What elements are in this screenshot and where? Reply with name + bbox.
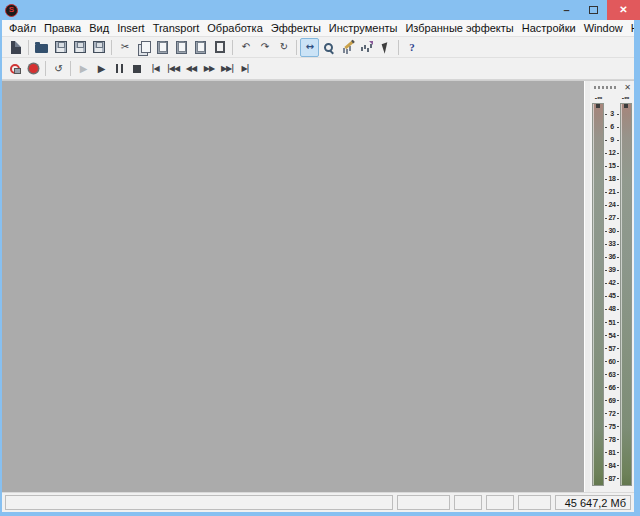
- menu-favorite-effects[interactable]: Избранные эффекты: [401, 20, 517, 36]
- meter-tick: 12: [605, 149, 619, 157]
- copy-button[interactable]: [134, 38, 153, 57]
- meter-tick: 36: [605, 253, 619, 261]
- stop-button[interactable]: [128, 59, 146, 78]
- stop-icon: [133, 65, 141, 73]
- undo-icon: ↶: [242, 42, 249, 52]
- next-button[interactable]: ▶▶|: [218, 59, 236, 78]
- menu-insert[interactable]: Insert: [113, 20, 149, 36]
- save-icon: [55, 41, 67, 53]
- trim-crop-button[interactable]: [210, 38, 229, 57]
- status-panel: [518, 495, 551, 510]
- menu-process[interactable]: Обработка: [203, 20, 266, 36]
- menu-options[interactable]: Настройки: [518, 20, 580, 36]
- pencil-tool-icon: [342, 41, 354, 53]
- minimize-button[interactable]: –: [553, 0, 580, 20]
- toolbar-separator: [70, 61, 71, 76]
- go-to-start-icon: |◀: [151, 65, 158, 73]
- close-button[interactable]: ✕: [607, 0, 640, 20]
- help-icon: ?: [409, 42, 414, 53]
- play-all-icon: ▶: [80, 64, 87, 74]
- pause-icon: [116, 64, 123, 73]
- meter-tick: 57: [605, 345, 619, 353]
- toolbar-separator: [398, 40, 399, 55]
- go-to-start-button[interactable]: |◀: [146, 59, 164, 78]
- meter-tick: 72: [605, 410, 619, 418]
- copy-icon: [138, 41, 150, 54]
- forward-button[interactable]: ▶▶: [200, 59, 218, 78]
- paste-special-button[interactable]: [172, 38, 191, 57]
- meter-tick: 42: [605, 279, 619, 287]
- meter-tick: 81: [605, 449, 619, 457]
- status-panel: [486, 495, 514, 510]
- save-as-icon: [74, 41, 86, 53]
- menu-transport[interactable]: Transport: [149, 20, 204, 36]
- rewind-icon: ◀◀: [186, 65, 196, 73]
- save-button[interactable]: [51, 38, 70, 57]
- meter-tick: 33: [605, 240, 619, 248]
- meter-scale: 3691215182124273033363942454851545760636…: [605, 103, 619, 486]
- meter-tick: 84: [605, 462, 619, 470]
- meter-tick: 39: [605, 266, 619, 274]
- drag-grip-icon[interactable]: [594, 86, 616, 89]
- new-file-button[interactable]: [6, 38, 25, 57]
- paste-to-new-icon: [195, 41, 206, 54]
- level-meter: 3691215182124273033363942454851545760636…: [592, 103, 632, 486]
- cursor-tool-button[interactable]: [376, 38, 395, 57]
- menu-file[interactable]: Файл: [5, 20, 40, 36]
- main-toolbar: ✂↶↷↻↔?: [2, 37, 634, 58]
- menu-edit[interactable]: Правка: [40, 20, 85, 36]
- undo-button[interactable]: ↶: [236, 38, 255, 57]
- status-panel: [397, 495, 450, 510]
- new-file-icon: [11, 41, 21, 54]
- redo-button[interactable]: ↷: [255, 38, 274, 57]
- status-panel: [5, 495, 393, 510]
- record-button[interactable]: [24, 59, 42, 78]
- go-to-end-button[interactable]: ▶|: [236, 59, 254, 78]
- edit-tool-button[interactable]: ↔: [300, 38, 319, 57]
- pencil-tool-button[interactable]: [338, 38, 357, 57]
- open-file-button[interactable]: [32, 38, 51, 57]
- peak-label-left: -∞: [592, 94, 605, 102]
- meter-tick: 24: [605, 201, 619, 209]
- cut-button[interactable]: ✂: [115, 38, 134, 57]
- menu-help[interactable]: Help: [627, 20, 634, 36]
- paste-to-new-button[interactable]: [191, 38, 210, 57]
- magnify-tool-button[interactable]: [357, 38, 376, 57]
- previous-button[interactable]: |◀◀: [164, 59, 182, 78]
- memory-indicator: 45 647,2 Мб: [555, 495, 631, 510]
- status-panel: [454, 495, 482, 510]
- rewind-button[interactable]: ◀◀: [182, 59, 200, 78]
- window-controls: – ✕: [553, 0, 640, 20]
- save-all-button[interactable]: [89, 38, 108, 57]
- zoom-selection-button[interactable]: [319, 38, 338, 57]
- menu-tools[interactable]: Инструменты: [325, 20, 402, 36]
- record-monitor-button[interactable]: [6, 59, 24, 78]
- paste-button[interactable]: [153, 38, 172, 57]
- window-frame: ФайлПравкаВидInsertTransportОбработкаЭфф…: [2, 20, 634, 512]
- peak-label-right: -∞: [619, 94, 632, 102]
- meter-close-icon[interactable]: ✕: [624, 84, 632, 92]
- meter-tick: 30: [605, 227, 619, 235]
- meter-tick: 66: [605, 384, 619, 392]
- maximize-button[interactable]: [580, 0, 607, 20]
- loop-playback-icon: ↺: [54, 64, 61, 74]
- forward-icon: ▶▶: [204, 65, 214, 73]
- paste-special-icon: [176, 41, 187, 54]
- meter-tick: 54: [605, 332, 619, 340]
- save-all-icon: [93, 41, 105, 53]
- play-button[interactable]: ▶: [92, 59, 110, 78]
- help-button[interactable]: ?: [402, 38, 421, 57]
- meter-tick: 60: [605, 358, 619, 366]
- menu-effects[interactable]: Эффекты: [267, 20, 325, 36]
- menu-window[interactable]: Window: [580, 20, 627, 36]
- toolbar-separator: [45, 61, 46, 76]
- repeat-button[interactable]: ↻: [274, 38, 293, 57]
- title-bar: S – ✕: [0, 0, 640, 20]
- meter-tick: 21: [605, 188, 619, 196]
- menu-view[interactable]: Вид: [85, 20, 113, 36]
- main-area: ✕ -∞ -∞ 36912151821242730333639424548515…: [2, 80, 634, 492]
- app-icon[interactable]: S: [5, 4, 18, 17]
- save-as-button[interactable]: [70, 38, 89, 57]
- loop-playback-button[interactable]: ↺: [49, 59, 67, 78]
- pause-button[interactable]: [110, 59, 128, 78]
